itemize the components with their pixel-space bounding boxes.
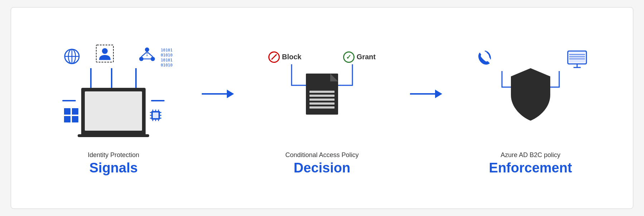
enforcement-icon-area xyxy=(466,41,595,148)
grant-label: ✓ Grant xyxy=(343,51,376,63)
signals-graphic: 10101010101010101010 xyxy=(53,44,174,144)
decision-labels: Conditional Access Policy Decision xyxy=(285,151,358,176)
wire-right xyxy=(151,100,165,101)
doc-corner xyxy=(330,74,338,81)
enforcement-graphic xyxy=(466,44,595,144)
svg-point-5 xyxy=(102,48,108,54)
arrow-head-1 xyxy=(227,90,234,98)
globe-icon xyxy=(63,48,80,66)
doc-line-5 xyxy=(309,106,335,109)
svg-rect-32 xyxy=(569,52,585,62)
signals-icon-area: 10101010101010101010 xyxy=(53,41,174,148)
decision-section: Block ✓ Grant xyxy=(234,41,410,176)
decision-icon-area: Block ✓ Grant xyxy=(261,41,383,148)
svg-rect-18 xyxy=(153,112,158,118)
arrow-line-2 xyxy=(410,93,435,95)
wire-top-center xyxy=(111,68,112,88)
arrow-head-2 xyxy=(435,90,442,98)
network-icon xyxy=(138,46,156,66)
wire-left xyxy=(62,100,76,101)
phone-icon xyxy=(473,50,493,71)
wire-top-left xyxy=(90,68,92,88)
laptop-base xyxy=(78,134,149,137)
block-icon xyxy=(268,51,280,63)
signals-labels: Identity Protection Signals xyxy=(88,151,139,176)
grant-icon: ✓ xyxy=(343,51,355,63)
arrow-1 xyxy=(202,90,234,127)
arrow-2 xyxy=(410,90,442,127)
arrow-shape-1 xyxy=(202,90,234,98)
enforcement-section: Azure AD B2C policy Enforcement xyxy=(442,41,619,176)
person-icon xyxy=(96,44,114,66)
block-text: Block xyxy=(282,53,301,61)
shield-icon xyxy=(507,66,554,122)
doc-line-4 xyxy=(309,102,335,105)
signals-section: 10101010101010101010 xyxy=(25,41,202,176)
decision-graphic: Block ✓ Grant xyxy=(261,44,383,144)
arrow-line-1 xyxy=(202,93,227,95)
doc-line-2 xyxy=(309,95,335,97)
block-label: Block xyxy=(268,51,301,63)
monitor-icon xyxy=(566,50,588,71)
diagram-container: 10101010101010101010 xyxy=(11,7,633,209)
wire-top-right xyxy=(135,68,137,88)
svg-rect-14 xyxy=(72,108,78,115)
enforcement-sublabel: Azure AD B2C policy xyxy=(489,151,572,159)
doc-lines xyxy=(309,91,335,110)
doc-line-3 xyxy=(309,99,335,101)
svg-rect-16 xyxy=(72,116,78,122)
signals-sublabel: Identity Protection xyxy=(88,151,139,159)
enforcement-mainlabel: Enforcement xyxy=(489,160,572,176)
doc-line-1 xyxy=(309,91,335,93)
svg-line-10 xyxy=(147,52,153,57)
laptop-screen xyxy=(81,88,146,134)
laptop-screen-inner xyxy=(85,91,142,131)
svg-line-9 xyxy=(141,52,147,57)
chip-icon xyxy=(148,107,164,125)
enforcement-labels: Azure AD B2C policy Enforcement xyxy=(489,151,572,176)
svg-rect-15 xyxy=(64,116,70,122)
grid-icon xyxy=(63,107,79,125)
signals-mainlabel: Signals xyxy=(88,160,139,176)
document-icon xyxy=(306,74,338,115)
decision-sublabel: Conditional Access Policy xyxy=(285,151,358,159)
arrow-shape-2 xyxy=(410,90,442,98)
decision-mainlabel: Decision xyxy=(285,160,358,176)
grant-text: Grant xyxy=(357,53,376,61)
svg-rect-13 xyxy=(64,108,70,115)
binary-icon: 10101010101010101010 xyxy=(161,48,172,68)
